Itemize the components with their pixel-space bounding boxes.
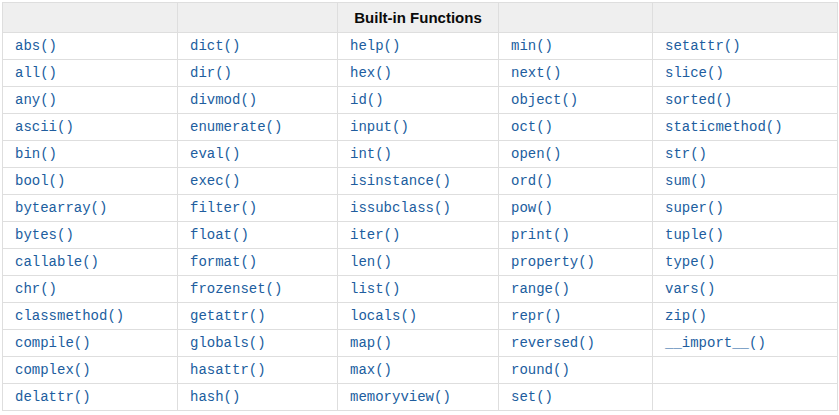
builtin-function-cell: bytearray() bbox=[3, 195, 178, 222]
builtin-function-link[interactable]: vars() bbox=[665, 281, 715, 297]
builtin-function-link[interactable]: reversed() bbox=[511, 335, 595, 351]
builtin-function-link[interactable]: slice() bbox=[665, 65, 724, 81]
builtin-function-link[interactable]: map() bbox=[350, 335, 392, 351]
builtin-function-link[interactable]: round() bbox=[511, 362, 570, 378]
builtin-function-link[interactable]: format() bbox=[190, 254, 257, 270]
builtin-function-link[interactable]: ascii() bbox=[15, 119, 74, 135]
builtin-function-link[interactable]: bytearray() bbox=[15, 200, 107, 216]
builtin-function-cell: __import__() bbox=[653, 330, 838, 357]
builtin-function-link[interactable]: len() bbox=[350, 254, 392, 270]
header-cell-empty-1 bbox=[3, 3, 178, 33]
builtin-function-link[interactable]: str() bbox=[665, 146, 707, 162]
builtin-function-link[interactable]: callable() bbox=[15, 254, 99, 270]
builtin-function-link[interactable]: min() bbox=[511, 38, 553, 54]
builtin-function-link[interactable]: complex() bbox=[15, 362, 91, 378]
builtin-function-link[interactable]: classmethod() bbox=[15, 308, 124, 324]
builtin-function-link[interactable]: hex() bbox=[350, 65, 392, 81]
builtin-function-link[interactable]: memoryview() bbox=[350, 389, 451, 405]
builtin-function-link[interactable]: next() bbox=[511, 65, 561, 81]
builtin-function-cell: delattr() bbox=[3, 384, 178, 411]
builtin-function-link[interactable]: issubclass() bbox=[350, 200, 451, 216]
builtin-function-cell: ascii() bbox=[3, 114, 178, 141]
builtin-function-link[interactable]: object() bbox=[511, 92, 578, 108]
builtin-function-cell: hex() bbox=[338, 60, 499, 87]
builtin-function-cell: dict() bbox=[178, 33, 338, 60]
builtin-function-link[interactable]: int() bbox=[350, 146, 392, 162]
builtin-function-link[interactable]: oct() bbox=[511, 119, 553, 135]
builtin-function-link[interactable]: chr() bbox=[15, 281, 57, 297]
builtin-function-link[interactable]: filter() bbox=[190, 200, 257, 216]
builtin-function-link[interactable]: __import__() bbox=[665, 335, 766, 351]
builtin-function-cell: dir() bbox=[178, 60, 338, 87]
table-header-row: Built-in Functions bbox=[3, 3, 838, 33]
builtin-function-link[interactable]: getattr() bbox=[190, 308, 266, 324]
builtin-function-link[interactable]: frozenset() bbox=[190, 281, 282, 297]
builtin-function-link[interactable]: zip() bbox=[665, 308, 707, 324]
builtin-function-link[interactable]: any() bbox=[15, 92, 57, 108]
builtin-function-link[interactable]: super() bbox=[665, 200, 724, 216]
builtin-function-link[interactable]: max() bbox=[350, 362, 392, 378]
builtin-function-link[interactable]: divmod() bbox=[190, 92, 257, 108]
builtin-function-cell: any() bbox=[3, 87, 178, 114]
table-row: compile()globals()map()reversed()__impor… bbox=[3, 330, 838, 357]
builtin-function-link[interactable]: set() bbox=[511, 389, 553, 405]
builtin-function-link[interactable]: bytes() bbox=[15, 227, 74, 243]
builtin-function-link[interactable]: repr() bbox=[511, 308, 561, 324]
builtin-function-link[interactable]: float() bbox=[190, 227, 249, 243]
builtin-function-link[interactable]: all() bbox=[15, 65, 57, 81]
table-row: abs()dict()help()min()setattr() bbox=[3, 33, 838, 60]
builtin-function-link[interactable]: hash() bbox=[190, 389, 240, 405]
builtin-function-link[interactable]: abs() bbox=[15, 38, 57, 54]
builtin-function-cell: super() bbox=[653, 195, 838, 222]
builtin-function-link[interactable]: iter() bbox=[350, 227, 400, 243]
builtin-function-link[interactable]: isinstance() bbox=[350, 173, 451, 189]
builtin-function-cell: hash() bbox=[178, 384, 338, 411]
builtin-function-cell: range() bbox=[499, 276, 653, 303]
builtin-function-link[interactable]: pow() bbox=[511, 200, 553, 216]
header-cell-empty-2 bbox=[178, 3, 338, 33]
builtin-function-link[interactable]: eval() bbox=[190, 146, 240, 162]
builtin-function-link[interactable]: sorted() bbox=[665, 92, 732, 108]
builtin-function-cell: oct() bbox=[499, 114, 653, 141]
builtin-function-link[interactable]: tuple() bbox=[665, 227, 724, 243]
empty-cell bbox=[653, 357, 838, 384]
builtin-function-link[interactable]: dict() bbox=[190, 38, 240, 54]
builtin-function-link[interactable]: staticmethod() bbox=[665, 119, 783, 135]
builtin-function-link[interactable]: locals() bbox=[350, 308, 417, 324]
builtin-function-link[interactable]: setattr() bbox=[665, 38, 741, 54]
builtin-function-cell: str() bbox=[653, 141, 838, 168]
builtin-function-cell: property() bbox=[499, 249, 653, 276]
builtin-function-link[interactable]: bool() bbox=[15, 173, 65, 189]
builtin-function-link[interactable]: sum() bbox=[665, 173, 707, 189]
builtin-function-cell: reversed() bbox=[499, 330, 653, 357]
builtin-function-cell: format() bbox=[178, 249, 338, 276]
table-row: bool()exec()isinstance()ord()sum() bbox=[3, 168, 838, 195]
builtin-function-cell: help() bbox=[338, 33, 499, 60]
builtin-function-link[interactable]: hasattr() bbox=[190, 362, 266, 378]
builtin-function-cell: input() bbox=[338, 114, 499, 141]
builtin-function-link[interactable]: open() bbox=[511, 146, 561, 162]
builtin-functions-section: Built-in Functions abs()dict()help()min(… bbox=[0, 0, 839, 413]
builtin-function-link[interactable]: list() bbox=[350, 281, 400, 297]
builtin-function-link[interactable]: bin() bbox=[15, 146, 57, 162]
builtin-functions-tbody: abs()dict()help()min()setattr()all()dir(… bbox=[3, 33, 838, 411]
table-row: all()dir()hex()next()slice() bbox=[3, 60, 838, 87]
builtin-function-link[interactable]: dir() bbox=[190, 65, 232, 81]
builtin-function-link[interactable]: help() bbox=[350, 38, 400, 54]
builtin-function-link[interactable]: property() bbox=[511, 254, 595, 270]
builtin-function-link[interactable]: ord() bbox=[511, 173, 553, 189]
builtin-function-cell: memoryview() bbox=[338, 384, 499, 411]
builtin-function-link[interactable]: range() bbox=[511, 281, 570, 297]
builtin-function-link[interactable]: type() bbox=[665, 254, 715, 270]
builtin-function-cell: bool() bbox=[3, 168, 178, 195]
builtin-function-link[interactable]: input() bbox=[350, 119, 409, 135]
builtin-function-cell: type() bbox=[653, 249, 838, 276]
builtin-function-link[interactable]: globals() bbox=[190, 335, 266, 351]
builtin-function-link[interactable]: id() bbox=[350, 92, 384, 108]
builtin-function-link[interactable]: delattr() bbox=[15, 389, 91, 405]
builtin-function-link[interactable]: exec() bbox=[190, 173, 240, 189]
builtin-function-link[interactable]: enumerate() bbox=[190, 119, 282, 135]
builtin-function-link[interactable]: print() bbox=[511, 227, 570, 243]
table-row: callable()format()len()property()type() bbox=[3, 249, 838, 276]
builtin-function-link[interactable]: compile() bbox=[15, 335, 91, 351]
